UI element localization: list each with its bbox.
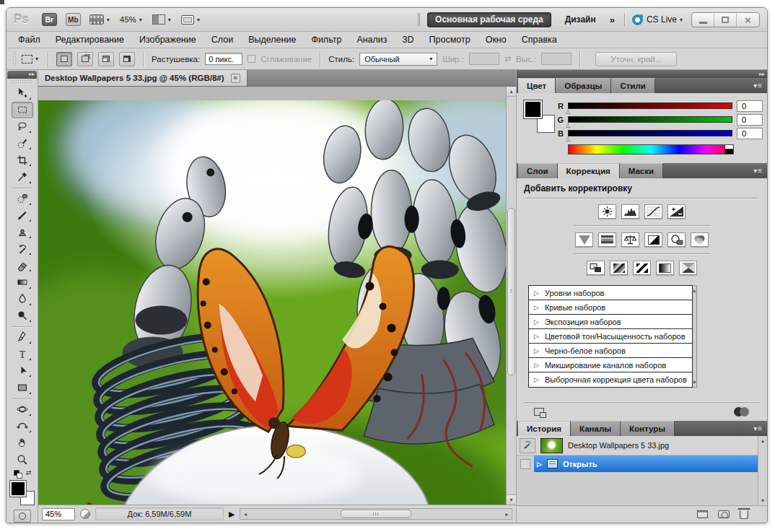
restore-button[interactable] — [714, 13, 737, 27]
options-grip[interactable] — [12, 51, 17, 67]
rectangle-shape-tool[interactable] — [12, 379, 33, 396]
blue-channel-slider[interactable]: △ — [568, 130, 732, 136]
dodge-tool[interactable] — [12, 308, 33, 324]
height-input[interactable] — [541, 53, 572, 65]
zoom-level-control[interactable]: 45% ▾ — [120, 15, 142, 24]
eyedropper-tool[interactable] — [12, 168, 33, 185]
preset-hue-saturation[interactable]: ▷Цветовой тон/Насыщенность наборов — [529, 329, 692, 344]
tab-styles[interactable]: Стили — [611, 78, 654, 93]
menu-3d[interactable]: 3D — [403, 35, 414, 45]
history-brush-source-box[interactable] — [520, 438, 535, 453]
zoom-tool[interactable] — [12, 451, 33, 468]
menu-window[interactable]: Окно — [486, 35, 507, 45]
panel-menu-icon[interactable]: ▾≡ — [753, 78, 767, 93]
color-spectrum-ramp[interactable] — [568, 144, 734, 154]
preset-curves[interactable]: ▷Кривые наборов — [529, 300, 692, 315]
red-channel-slider[interactable]: △ — [568, 103, 732, 109]
view-extras-control[interactable]: ▾ — [89, 14, 110, 25]
default-colors-control[interactable]: ⇄ — [13, 469, 32, 479]
slider-thumb-icon[interactable]: △ — [566, 136, 570, 142]
snapshot-thumbnail[interactable] — [540, 438, 563, 453]
menu-edit[interactable]: Редактирование — [56, 35, 124, 45]
scroll-down-icon[interactable]: ▾ — [761, 497, 764, 504]
scroll-down-icon[interactable]: ▾ — [507, 494, 516, 505]
new-document-from-state-button[interactable] — [697, 510, 708, 518]
tab-close-icon[interactable]: × — [231, 74, 240, 83]
workspace-design-button[interactable]: Дизайн — [557, 12, 604, 27]
posterize-button[interactable] — [610, 261, 628, 275]
3d-object-rotate-tool[interactable] — [12, 401, 33, 417]
clip-to-layer-icon[interactable] — [734, 407, 750, 417]
clone-stamp-tool[interactable] — [12, 224, 33, 240]
history-state-row[interactable]: ▷ Открыть — [517, 455, 767, 472]
antialias-checkbox[interactable] — [248, 55, 255, 63]
tab-layers[interactable]: Слои — [518, 163, 558, 178]
panel-menu-icon[interactable]: ▾≡ — [753, 421, 767, 436]
selection-mode-add-button[interactable] — [77, 52, 93, 66]
tab-masks[interactable]: Маски — [620, 163, 663, 178]
black-white-button[interactable] — [644, 232, 662, 247]
selection-mode-subtract-button[interactable] — [98, 52, 114, 66]
move-tool[interactable] — [12, 84, 33, 101]
horizontal-scroll-track[interactable] — [250, 509, 502, 519]
document-size-info[interactable]: Док: 6,59M/6,59M — [95, 507, 224, 520]
toolbar-grip[interactable] — [11, 79, 33, 84]
path-selection-tool[interactable] — [12, 362, 33, 379]
canvas[interactable] — [38, 87, 506, 505]
screen-mode-control[interactable]: ▾ — [181, 15, 200, 25]
expander-icon[interactable]: ▷ — [534, 289, 539, 297]
history-snapshot-row[interactable]: Desktop Wallpapers 5 33.jpg — [517, 436, 767, 455]
tab-adjustments[interactable]: Коррекция — [558, 163, 620, 178]
invert-button[interactable] — [587, 261, 605, 275]
vertical-scroll-track[interactable] — [507, 97, 516, 494]
eraser-tool[interactable] — [12, 257, 33, 274]
history-scrollbar[interactable]: ▴ ▾ — [758, 436, 767, 505]
expander-icon[interactable]: ▷ — [534, 362, 539, 369]
black-swatch[interactable] — [724, 149, 734, 154]
green-channel-slider[interactable]: △ — [568, 116, 732, 123]
tab-color[interactable]: Цвет — [518, 78, 556, 93]
width-input[interactable] — [469, 53, 499, 65]
history-state-selected[interactable]: ▷ Открыть — [534, 455, 767, 472]
menu-file[interactable]: Файл — [18, 35, 40, 45]
exposure-button[interactable] — [667, 204, 686, 219]
preset-channel-mixer[interactable]: ▷Микширование каналов наборов — [529, 358, 692, 372]
red-channel-value[interactable]: 0 — [737, 100, 763, 112]
expander-icon[interactable]: ▷ — [534, 376, 539, 383]
gradient-tool[interactable] — [12, 274, 33, 290]
history-brush-tool[interactable] — [12, 240, 33, 257]
tab-paths[interactable]: Контуры — [621, 421, 675, 436]
menu-help[interactable]: Справка — [522, 35, 557, 45]
preset-scrollbar[interactable]: ▴ ▾ — [693, 285, 697, 388]
menu-filter[interactable]: Фильтр — [311, 35, 341, 45]
close-button[interactable]: × — [737, 13, 759, 27]
pen-tool[interactable] — [12, 329, 33, 346]
cs-live-control[interactable]: CS Live ▾ — [632, 14, 683, 25]
quick-mask-button[interactable] — [14, 510, 31, 522]
scroll-up-icon[interactable]: ▴ — [693, 287, 696, 294]
launch-bridge-button[interactable]: Br — [42, 13, 57, 26]
tab-channels[interactable]: Каналы — [571, 421, 621, 436]
slider-thumb-icon[interactable]: △ — [566, 108, 570, 115]
threshold-button[interactable] — [633, 261, 651, 275]
preset-selective-color[interactable]: ▷Выборочная коррекция цвета наборов — [529, 372, 692, 387]
vertical-scroll-thumb[interactable] — [507, 208, 515, 375]
spot-healing-brush-tool[interactable] — [12, 190, 33, 206]
preset-exposure[interactable]: ▷Экспозиция наборов — [529, 315, 692, 329]
expander-icon[interactable]: ▷ — [534, 318, 539, 326]
arrange-documents-control[interactable]: ▾ — [152, 14, 171, 25]
menu-layers[interactable]: Слои — [211, 35, 233, 45]
panel-menu-icon[interactable]: ▾≡ — [753, 163, 767, 178]
rectangular-marquee-tool[interactable] — [12, 102, 33, 118]
menu-analysis[interactable]: Анализ — [356, 35, 387, 45]
expand-panel-icon[interactable] — [534, 408, 544, 416]
channel-mixer-button[interactable] — [691, 232, 709, 247]
levels-button[interactable] — [621, 204, 639, 219]
scroll-up-icon[interactable]: ▴ — [761, 437, 764, 444]
3d-camera-rotate-tool[interactable] — [12, 418, 33, 435]
status-menu-arrow-icon[interactable]: ▶ — [229, 510, 235, 519]
hand-tool[interactable] — [12, 435, 33, 451]
tab-swatches[interactable]: Образцы — [556, 78, 611, 93]
delete-state-button[interactable] — [740, 510, 748, 519]
type-tool[interactable]: T — [12, 346, 33, 362]
